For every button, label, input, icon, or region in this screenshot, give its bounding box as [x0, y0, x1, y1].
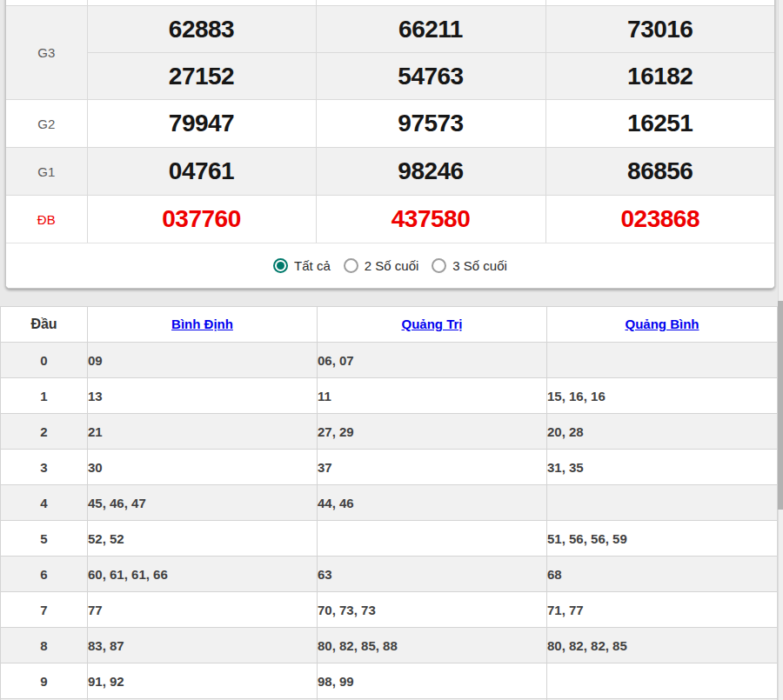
prize-number: 79947: [87, 100, 316, 148]
prize-tier-label: G1: [6, 148, 87, 196]
prize-number: 54763: [316, 53, 545, 100]
head-digit-values: 31, 35: [547, 450, 778, 485]
prize-row: G2799479757316251: [6, 100, 774, 148]
prize-number: 62883: [87, 6, 316, 53]
prize-row: ĐB037760437580023868: [6, 196, 774, 243]
head-digit-values: 30: [88, 450, 318, 485]
filter-option-label: 2 Số cuối: [365, 258, 419, 273]
head-digit-values: 71, 77: [547, 592, 778, 628]
head-digit-row: 3303731, 35: [1, 450, 778, 485]
head-digit: 7: [1, 592, 88, 628]
prize-tier-label: ĐB: [6, 196, 87, 243]
province-link-binh-dinh[interactable]: Bình Định: [171, 317, 233, 331]
head-digit-values: 51, 56, 56, 59: [547, 521, 778, 557]
head-digit-values: 80, 82, 85, 88: [318, 628, 547, 663]
head-digit-row: 00906, 07: [1, 343, 778, 378]
radio-unselected-icon[interactable]: [432, 258, 446, 273]
head-digit-row: 552, 5251, 56, 56, 59: [1, 521, 778, 557]
head-digit-row: 883, 8780, 82, 85, 8880, 82, 82, 85: [1, 628, 778, 663]
head-digit: 0: [1, 343, 88, 378]
prize-number: 04761: [87, 148, 316, 196]
filter-option-0[interactable]: Tất cả: [273, 258, 331, 273]
head-digit-row: 660, 61, 61, 666368: [1, 557, 778, 592]
head-digit-values: 63: [318, 557, 547, 592]
prize-table: G3628836621173016271525476316182G2799479…: [6, 0, 774, 243]
head-digit: 9: [1, 663, 88, 699]
province-link-quang-tri[interactable]: Quảng Trị: [401, 317, 462, 331]
prize-number: 66211: [316, 6, 545, 53]
head-digit-row: 445, 46, 4744, 46: [1, 485, 778, 521]
head-digit-values: 21: [88, 414, 318, 450]
lottery-results-card: G3628836621173016271525476316182G2799479…: [5, 0, 775, 289]
prize-number: 97573: [316, 100, 545, 148]
head-digit-values: 98, 99: [318, 663, 547, 699]
head-digit-values: 20, 28: [547, 414, 778, 450]
prize-number: 023868: [545, 196, 774, 243]
head-digit: 3: [1, 450, 88, 485]
head-digit: 4: [1, 485, 88, 521]
filter-option-2[interactable]: 3 Số cuối: [432, 258, 507, 273]
province-column-header: Bình Định: [88, 307, 318, 343]
head-digit-values: 13: [88, 378, 318, 414]
head-digit-row: 22127, 2920, 28: [1, 414, 778, 450]
tail-filter-bar: Tất cả2 Số cuối3 Số cuối: [6, 243, 774, 288]
prize-number: 98246: [316, 148, 545, 196]
prize-number: 16182: [545, 53, 774, 100]
head-digit-values: 52, 52: [88, 521, 318, 557]
province-column-header: Quảng Trị: [318, 307, 547, 343]
head-digit: 6: [1, 557, 88, 592]
filter-option-1[interactable]: 2 Số cuối: [344, 258, 419, 273]
prize-number: 037760: [87, 196, 316, 243]
head-digit: 1: [1, 378, 88, 414]
head-digit-values: 37: [318, 450, 547, 485]
prize-number: 86856: [545, 148, 774, 196]
head-digit-values: 68: [547, 557, 778, 592]
head-digit-values: [318, 521, 547, 557]
head-digit-values: 83, 87: [88, 628, 318, 663]
head-digit: 5: [1, 521, 88, 557]
head-digit-values: 06, 07: [318, 343, 547, 378]
head-digit-row: 1131115, 16, 16: [1, 378, 778, 414]
prize-tier-label: G3: [6, 6, 87, 100]
prize-number: 16251: [545, 100, 774, 148]
prize-row: 271525476316182: [6, 53, 774, 100]
head-digit-values: 91, 92: [88, 663, 318, 699]
head-digit-values: 60, 61, 61, 66: [88, 557, 318, 592]
prize-number: 73016: [545, 6, 774, 53]
head-digit-values: [547, 343, 778, 378]
radio-selected-icon[interactable]: [273, 258, 288, 273]
head-digit-values: 09: [88, 343, 318, 378]
head-digit-values: [547, 663, 778, 699]
head-digit: 2: [1, 414, 88, 450]
filter-option-label: Tất cả: [294, 258, 331, 273]
head-digit-values: 45, 46, 47: [88, 485, 318, 521]
head-digit-values: [547, 485, 778, 521]
scrollbar-thumb[interactable]: [778, 301, 783, 510]
head-digit-values: 27, 29: [318, 414, 547, 450]
prize-number: 437580: [316, 196, 545, 243]
head-digit-values: 44, 46: [318, 485, 547, 521]
head-digit-stats-card: Đầu Bình Định Quảng Trị Quảng Bình 00906…: [0, 306, 778, 700]
head-digit-values: 77: [88, 592, 318, 628]
head-digit-row: 77770, 73, 7371, 77: [1, 592, 778, 628]
head-digit-values: 80, 82, 82, 85: [547, 628, 778, 663]
head-digit-row: 991, 9298, 99: [1, 663, 778, 699]
head-digit-values: 11: [318, 378, 547, 414]
head-digit-values: 70, 73, 73: [318, 592, 547, 628]
prize-tier-label: G2: [6, 100, 87, 148]
prize-number: 27152: [87, 53, 316, 100]
prize-row: G1047619824686856: [6, 148, 774, 196]
province-column-header: Quảng Bình: [547, 307, 778, 343]
digit-column-header: Đầu: [1, 307, 88, 343]
head-digit-values: 15, 16, 16: [547, 378, 778, 414]
head-digit-table: Đầu Bình Định Quảng Trị Quảng Bình 00906…: [0, 306, 778, 700]
head-digit: 8: [1, 628, 88, 663]
prize-row: G3628836621173016: [6, 6, 774, 53]
head-table-header-row: Đầu Bình Định Quảng Trị Quảng Bình: [1, 307, 778, 343]
province-link-quang-binh[interactable]: Quảng Bình: [626, 317, 699, 331]
radio-unselected-icon[interactable]: [344, 258, 358, 273]
filter-option-label: 3 Số cuối: [452, 258, 507, 273]
